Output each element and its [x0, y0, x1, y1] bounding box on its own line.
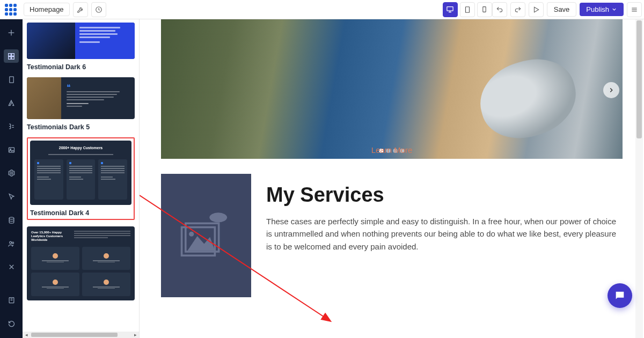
- svg-point-18: [9, 217, 14, 219]
- scroll-left-icon[interactable]: ◂: [23, 332, 30, 338]
- services-heading[interactable]: My Services: [266, 183, 623, 207]
- undo-button[interactable]: [492, 2, 507, 17]
- publish-button[interactable]: Publish: [580, 3, 624, 16]
- scroll-right-icon[interactable]: ▸: [131, 332, 139, 338]
- block-testimonial-dark-15k[interactable]: Over 15,000+ Happy Leafytics Customers W…: [27, 226, 135, 300]
- app-logo-icon[interactable]: [2, 1, 19, 18]
- tools-icon[interactable]: [4, 260, 19, 274]
- save-button[interactable]: Save: [547, 2, 577, 17]
- image-placeholder-icon: [177, 209, 236, 262]
- chevron-right-icon: [608, 86, 615, 94]
- blocks-sidebar[interactable]: Testimonial Dark 6 ❝: [23, 19, 140, 338]
- svg-rect-3: [483, 7, 486, 12]
- svg-rect-10: [9, 53, 11, 56]
- svg-rect-14: [9, 77, 13, 83]
- block-testimonial-dark-4[interactable]: 2000+ Happy Customers Testimonial Dark 4: [27, 137, 135, 220]
- page-icon[interactable]: [4, 72, 19, 86]
- viewport-desktop-button[interactable]: [443, 2, 458, 17]
- chat-icon: [614, 290, 626, 302]
- revert-icon[interactable]: [4, 317, 19, 330]
- block-thumbnail: [27, 23, 135, 59]
- blocks-icon[interactable]: [4, 49, 19, 63]
- sidebar-horizontal-scrollbar[interactable]: ◂ ▸: [23, 332, 139, 338]
- block-testimonials-dark-5[interactable]: ❝ Testimonials Dark 5: [27, 77, 135, 131]
- svg-point-24: [209, 212, 227, 222]
- redo-button[interactable]: [510, 2, 525, 17]
- gear-icon[interactable]: [4, 166, 19, 180]
- svg-point-20: [12, 242, 13, 244]
- carousel-next-button[interactable]: [603, 82, 619, 98]
- add-icon[interactable]: [4, 26, 19, 40]
- chevron-down-icon: [611, 6, 617, 12]
- svg-point-17: [10, 172, 12, 174]
- design-icon[interactable]: [4, 96, 19, 110]
- services-image-placeholder[interactable]: [161, 174, 251, 297]
- svg-rect-2: [465, 6, 469, 12]
- svg-point-19: [9, 241, 11, 244]
- svg-rect-12: [9, 56, 11, 59]
- chat-button[interactable]: [608, 283, 632, 308]
- image-icon[interactable]: [4, 143, 19, 157]
- canvas-vertical-scrollbar[interactable]: [635, 19, 643, 338]
- block-label: Testimonial Dark 6: [27, 63, 135, 71]
- book-icon[interactable]: [4, 293, 19, 307]
- database-icon[interactable]: [4, 214, 19, 227]
- hero-section[interactable]: Learn More: [161, 19, 623, 159]
- viewport-mobile-button[interactable]: [477, 2, 492, 17]
- block-label: Testimonial Dark 4: [30, 209, 131, 217]
- services-body-text[interactable]: These cases are perfectly simple and eas…: [266, 215, 623, 253]
- svg-marker-27: [187, 236, 215, 251]
- wrench-icon[interactable]: [73, 2, 88, 17]
- block-thumbnail: ❝: [27, 77, 135, 119]
- hero-cta-link[interactable]: Learn More: [371, 145, 413, 155]
- users-icon[interactable]: [4, 237, 19, 251]
- tree-icon[interactable]: [4, 120, 19, 134]
- svg-marker-4: [534, 7, 538, 12]
- history-icon[interactable]: [91, 2, 106, 17]
- viewport-tablet-button[interactable]: [460, 2, 475, 17]
- publish-label: Publish: [586, 5, 609, 13]
- left-rail: [0, 19, 23, 338]
- thumb-title: 2000+ Happy Customers: [59, 146, 103, 150]
- top-toolbar: Homepage: [0, 0, 644, 19]
- preview-button[interactable]: [529, 2, 544, 17]
- block-thumbnail: Over 15,000+ Happy Leafytics Customers W…: [27, 226, 135, 300]
- svg-rect-11: [12, 53, 14, 56]
- block-label: Testimonials Dark 5: [27, 123, 135, 131]
- editor-canvas[interactable]: Learn More My Services These cases are p…: [140, 19, 644, 338]
- thumb-title: Over 15,000+ Happy Leafytics Customers W…: [31, 231, 71, 243]
- menu-button[interactable]: [627, 2, 642, 17]
- svg-point-28: [189, 232, 194, 237]
- block-thumbnail: 2000+ Happy Customers: [30, 141, 131, 205]
- svg-rect-15: [9, 148, 14, 152]
- services-section[interactable]: My Services These cases are perfectly si…: [161, 174, 623, 297]
- block-testimonial-dark-6[interactable]: Testimonial Dark 6: [27, 23, 135, 71]
- pointer-icon[interactable]: [4, 190, 19, 204]
- page-name-field[interactable]: Homepage: [24, 3, 70, 16]
- svg-rect-1: [447, 7, 453, 11]
- svg-rect-13: [12, 56, 14, 59]
